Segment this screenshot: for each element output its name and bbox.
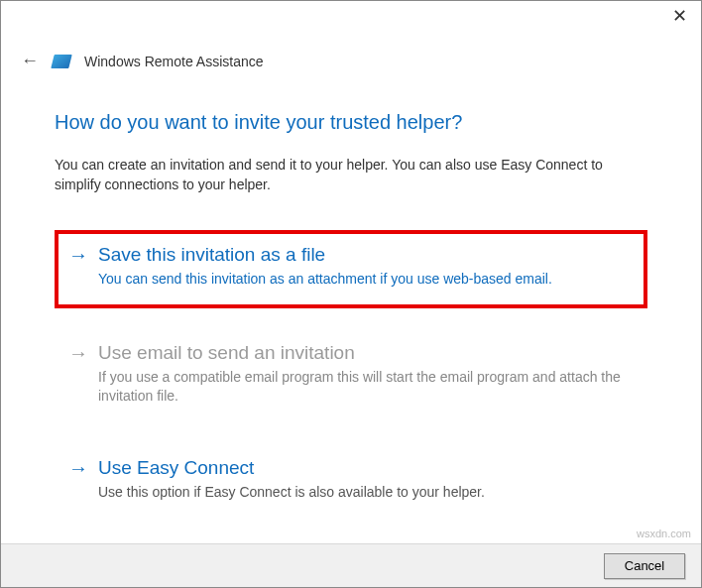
arrow-right-icon: → xyxy=(68,343,88,363)
option-desc: Use this option if Easy Connect is also … xyxy=(98,483,634,502)
arrow-right-icon: → xyxy=(68,458,88,478)
close-button[interactable]: ✕ xyxy=(657,1,701,31)
page-description: You can create an invitation and send it… xyxy=(55,156,647,194)
option-easy-connect[interactable]: → Use Easy Connect Use this option if Ea… xyxy=(55,445,647,516)
arrow-right-icon: → xyxy=(68,245,88,265)
app-icon xyxy=(51,55,71,68)
option-desc: If you use a compatible email program th… xyxy=(98,368,634,406)
header: ← Windows Remote Assistance xyxy=(1,51,701,71)
option-title: Save this invitation as a file xyxy=(98,244,325,266)
back-button[interactable]: ← xyxy=(21,51,39,71)
option-head: → Use email to send an invitation xyxy=(68,342,634,364)
footer: Cancel xyxy=(1,543,701,587)
option-head: → Use Easy Connect xyxy=(68,457,634,479)
cancel-button[interactable]: Cancel xyxy=(604,553,685,579)
app-title: Windows Remote Assistance xyxy=(84,54,264,69)
page-heading: How do you want to invite your trusted h… xyxy=(55,111,647,134)
content: How do you want to invite your trusted h… xyxy=(1,71,701,516)
option-title: Use Easy Connect xyxy=(98,457,254,479)
watermark: wsxdn.com xyxy=(637,528,691,539)
option-send-email: → Use email to send an invitation If you… xyxy=(55,330,647,419)
option-head: → Save this invitation as a file xyxy=(68,244,634,266)
option-desc: You can send this invitation as an attac… xyxy=(98,270,634,289)
option-save-file[interactable]: → Save this invitation as a file You can… xyxy=(55,230,647,308)
option-title: Use email to send an invitation xyxy=(98,342,355,364)
close-icon: ✕ xyxy=(672,5,687,27)
titlebar: ✕ xyxy=(1,1,701,37)
